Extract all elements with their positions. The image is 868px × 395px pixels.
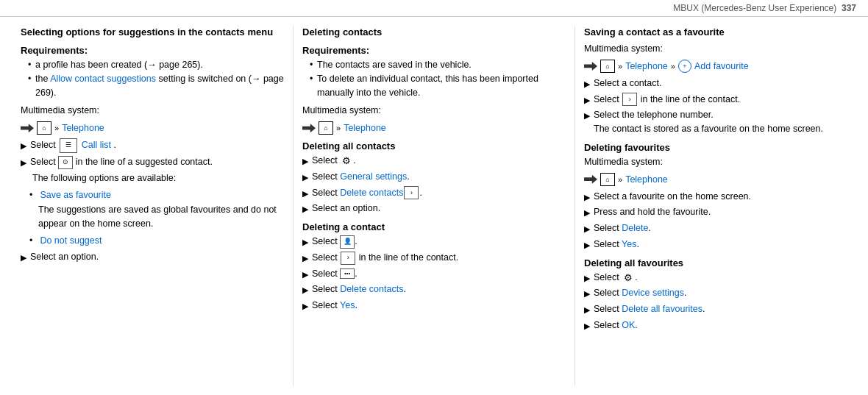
list-item: To delete an individual contact, this ha… (310, 72, 566, 100)
arrow-icon (21, 124, 34, 132)
column-1: Selecting options for suggestions in the… (12, 26, 294, 386)
col3-section-title: Saving a contact as a favourite (584, 26, 847, 39)
col1-section-title: Selecting options for suggestions in the… (21, 26, 284, 39)
col3-delfav-step2: ▶ Press and hold the favourite. (584, 205, 847, 219)
col3-deleting-all-fav-title: Deleting all favourites (584, 257, 847, 268)
header-bar: MBUX (Mercedes-Benz User Experience) 337 (0, 0, 868, 17)
content-area: Selecting options for suggestions in the… (0, 17, 868, 395)
col2-dc-step4-content: Select Delete contacts. (312, 282, 566, 296)
col2-step-general-content: Select General settings. (312, 170, 566, 184)
col1-step1: ▶ Select ☰ Call list . (21, 138, 284, 153)
general-settings-link[interactable]: General settings (340, 171, 407, 182)
col3-step3-content: Select the telephone number.The contact … (594, 108, 847, 136)
col2-delete-all-title: Deleting all contacts (302, 140, 566, 152)
device-settings-link[interactable]: Device settings (622, 288, 684, 298)
delete-all-favourites-link[interactable]: Delete all favourites (622, 304, 702, 314)
col1-step2: ▶ Select ⊙ in the line of a suggested co… (21, 155, 284, 169)
col1-requirements-label: Requirements: (21, 45, 284, 56)
col1-save-fav-item: Save as favourite (29, 188, 284, 202)
col1-multimedia-label: Multimedia system: (21, 104, 284, 118)
chevron-double: » (618, 62, 622, 71)
col2-step-delete-contacts: ▶ Select Delete contacts›. (302, 186, 566, 200)
col2-dc-step2: ▶ Select › in the line of the contact. (302, 251, 566, 265)
step-arrow-icon: ▶ (584, 207, 590, 219)
chevron-double-2: » (671, 62, 675, 71)
col1-sub-bullets: Save as favourite The suggestions are sa… (29, 188, 284, 248)
delete-link[interactable]: Delete (622, 223, 648, 233)
step-arrow-icon: ▶ (302, 155, 308, 168)
step-arrow-icon: ▶ (584, 239, 590, 252)
step-arrow-icon: ▶ (302, 188, 308, 200)
chevron-box-icon: › (622, 93, 637, 106)
allow-contact-suggestions-link[interactable]: Allow contact suggestions (50, 74, 156, 84)
col3-delfav-step4: ▶ Select Yes. (584, 238, 847, 252)
col2-dc-step4: ▶ Select Delete contacts. (302, 282, 566, 296)
list-item: the Allow contact suggestions setting is… (28, 72, 284, 100)
step-arrow-icon: ▶ (584, 223, 590, 235)
col1-multimedia-nav: ⌂ » Telephone (21, 121, 284, 135)
col2-dc-step1-content: Select 👤. (312, 235, 566, 249)
page-wrapper: MBUX (Mercedes-Benz User Experience) 337… (0, 0, 868, 395)
arrow-icon (584, 175, 597, 184)
col3-telephone-link[interactable]: Telephone (625, 61, 668, 71)
home-icon: ⌂ (37, 121, 51, 135)
col2-delete-contact-title: Deleting a contact (302, 221, 566, 232)
call-list-link[interactable]: Call list (82, 140, 111, 150)
home-icon: ⌂ (600, 173, 615, 186)
col2-multimedia-nav: ⌂ » Telephone (302, 121, 566, 135)
col2-step-option-content: Select an option. (312, 202, 566, 216)
col3-delfav-step1: ▶ Select a favourite on the home screen. (584, 190, 847, 204)
home-icon: ⌂ (600, 60, 615, 73)
col2-dc-step2-content: Select › in the line of the contact. (312, 251, 566, 265)
col3-telephone-link2[interactable]: Telephone (625, 174, 668, 185)
col3-multimedia-nav: ⌂ » Telephone » + Add favourite (584, 60, 847, 73)
col3-step1-content: Select a contact. (594, 76, 847, 90)
step-arrow-icon: ▶ (302, 203, 308, 216)
delete-contacts-link[interactable]: Delete contacts (340, 188, 403, 198)
col3-delfav-step3: ▶ Select Delete. (584, 221, 847, 235)
col3-step2-content: Select › in the line of the contact. (594, 93, 847, 107)
col2-section-title: Deleting contacts (302, 26, 566, 39)
col2-step-general: ▶ Select General settings. (302, 170, 566, 184)
col2-dc-step5-content: Select Yes. (312, 299, 566, 313)
page-number: 337 (842, 3, 856, 13)
col2-step-delete-contacts-content: Select Delete contacts›. (312, 186, 566, 200)
col2-step-gear: ▶ Select ⚙. (302, 154, 566, 168)
people-icon: 👤 (340, 235, 355, 249)
add-favourite-link[interactable]: Add favourite (694, 61, 749, 71)
add-favourite-icon: + (678, 60, 691, 73)
step-arrow-icon: ▶ (584, 304, 590, 316)
do-not-suggest-link[interactable]: Do not suggest (40, 234, 102, 248)
col2-requirements-list: The contacts are saved in the vehicle. T… (302, 58, 566, 99)
delete-contacts-link2[interactable]: Delete contacts (340, 284, 403, 294)
col3-delfav-step2-content: Press and hold the favourite. (594, 205, 847, 219)
col3-deleting-fav-title: Deleting favourites (584, 142, 847, 153)
col3-step3: ▶ Select the telephone number.The contac… (584, 108, 847, 136)
save-as-favourite-link[interactable]: Save as favourite (40, 190, 111, 200)
yes-link2[interactable]: Yes (622, 239, 636, 249)
header-title: MBUX (Mercedes-Benz User Experience) 337 (673, 3, 856, 13)
col2-multimedia-label: Multimedia system: (302, 104, 566, 118)
col1-telephone-link[interactable]: Telephone (62, 123, 104, 133)
step-arrow-icon: ▶ (302, 284, 308, 296)
gear-icon: ⚙ (340, 154, 353, 168)
select-circle-icon: ⊙ (58, 156, 73, 169)
home-icon: ⌂ (319, 121, 333, 135)
col3-dallfav-step4: ▶ Select OK. (584, 319, 847, 332)
col3-delfav-step4-content: Select Yes. (594, 238, 847, 252)
col3-dallfav-step3: ▶ Select Delete all favourites. (584, 302, 847, 316)
col3-dallfav-step3-content: Select Delete all favourites. (594, 302, 847, 316)
ok-link[interactable]: OK (622, 320, 635, 330)
list-item: a profile has been created (→ page 265). (28, 58, 284, 72)
col2-dc-step3-content: Select •••. (312, 267, 566, 281)
dots-icon: ••• (340, 268, 355, 279)
col2-dc-step1: ▶ Select 👤. (302, 235, 566, 249)
col2-dc-step3: ▶ Select •••. (302, 267, 566, 281)
col1-final-step-content: Select an option. (30, 250, 284, 264)
col2-telephone-link[interactable]: Telephone (344, 123, 386, 133)
col2-requirements-label: Requirements: (302, 45, 566, 56)
yes-link[interactable]: Yes (340, 300, 355, 310)
list-item: The contacts are saved in the vehicle. (310, 58, 566, 72)
chevron-box-icon: › (341, 252, 355, 265)
step-arrow-icon: ▶ (302, 236, 308, 249)
